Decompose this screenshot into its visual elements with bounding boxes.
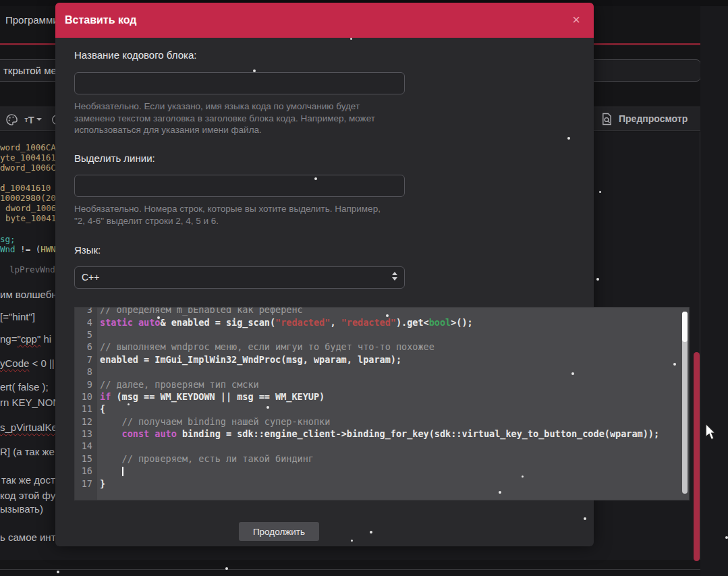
code-line: 4static auto& enabled = sig_scan("redact…: [75, 316, 689, 328]
code-line-text: const auto binding = sdk::engine_client-…: [97, 428, 659, 439]
preview-button-label: Предпросмотр: [619, 113, 688, 124]
mouse-cursor-icon: [704, 423, 717, 443]
code-line: 7enabled = ImGui_ImplWin32_WndProc(msg, …: [75, 353, 689, 366]
particle-dot: [522, 476, 524, 478]
scrollbar-rail: [700, 6, 728, 576]
line-number: 5: [75, 329, 97, 340]
bottom-divider: [0, 569, 728, 570]
particle-dot: [267, 406, 269, 409]
line-number: 6: [75, 341, 97, 352]
preview-button[interactable]: Предпросмотр: [600, 107, 688, 131]
line-number: 16: [75, 465, 97, 476]
background-editor-line: Wnd != (HWND: [0, 244, 55, 254]
code-block-name-input[interactable]: [74, 72, 405, 94]
background-editor-line: sg;: [0, 234, 16, 244]
text-caret: [122, 467, 123, 476]
background-editor-line: yCode < 0 ||: [0, 357, 55, 369]
background-editor-line: [="hint"]: [0, 311, 35, 322]
background-editor-line: rn KEY_NON: [0, 397, 55, 408]
background-editor-line: R] (а так же: [0, 446, 55, 457]
language-select-value: C++: [82, 272, 99, 283]
line-number: 4: [75, 317, 97, 328]
particle-dot: [370, 531, 372, 534]
code-line: 6// выполняем wndproc меню, если имгуи т…: [75, 341, 689, 353]
particle-dot: [157, 316, 160, 319]
background-editor-line: ь самое инте: [0, 531, 55, 543]
select-arrows-icon: [392, 272, 397, 281]
particle-dot: [596, 278, 599, 281]
modal-header: Вставить код ×: [55, 3, 594, 38]
particle-dot: [225, 567, 228, 570]
code-line-text: }: [97, 478, 105, 489]
background-editor-line: byte_100416: [5, 213, 55, 223]
highlight-lines-help: Необязательно. Номера строк, которые вы …: [74, 203, 393, 227]
background-editor-line: им волшебн: [0, 289, 55, 300]
highlight-lines-input[interactable]: [74, 175, 405, 197]
textarea-scrollbar-track[interactable]: [682, 312, 688, 494]
particle-dot: [350, 38, 352, 40]
line-number: 13: [75, 428, 97, 439]
code-line-text: static auto& enabled = sig_scan("redacte…: [97, 317, 473, 328]
code-line: 16: [75, 465, 689, 477]
code-line-text: // выполняем wndproc меню, если имгуи то…: [97, 341, 435, 352]
particle-dot: [314, 177, 317, 180]
line-number: 9: [75, 379, 97, 390]
close-icon[interactable]: ×: [572, 12, 580, 27]
code-line: 13 const auto binding = sdk::engine_clie…: [75, 428, 689, 440]
code-line: 8: [75, 366, 689, 378]
background-editor-line: word_1006CA4: [0, 142, 55, 152]
continue-button[interactable]: Продолжить: [239, 522, 319, 541]
particle-dot: [571, 372, 574, 375]
code-line: 14: [75, 440, 689, 452]
background-editor-line: код этой фу: [0, 490, 55, 501]
preview-doc-magnifier-icon: [600, 113, 613, 125]
code-line: 12 // получаем binding нашей супер-кнопк…: [75, 415, 689, 428]
code-line: 10if (msg == WM_KEYDOWN || msg == WM_KEY…: [75, 391, 689, 403]
background-editor-line: так же дост: [1, 474, 55, 486]
particle-dot: [57, 571, 59, 573]
particle-dot: [584, 517, 586, 520]
background-editor-line: ызывать): [0, 503, 43, 515]
code-line-text: // получаем binding нашей супер-кнопки: [97, 416, 330, 427]
background-editor-line: dword_1006CA: [0, 163, 55, 173]
line-number: 14: [75, 440, 97, 451]
code-line-text: if (msg == WM_KEYDOWN || msg == WM_KEYUP…: [97, 391, 325, 402]
code-line: 17}: [75, 477, 689, 489]
code-line-text: [97, 465, 123, 476]
code-line: 15 // проверяем, есть ли такой биндинг: [75, 453, 689, 465]
code-line: 11{: [75, 403, 689, 415]
particle-dot: [567, 137, 570, 140]
particle-dot: [351, 540, 353, 542]
code-line: 5: [75, 328, 689, 341]
particle-dot: [725, 536, 728, 539]
background-editor-line: ng="cpp" hi: [0, 333, 51, 345]
language-select[interactable]: C++: [74, 266, 405, 289]
textarea-scrollbar-thumb[interactable]: [682, 312, 688, 342]
line-number: 7: [75, 354, 97, 365]
background-editor-line: yte_10041619: [0, 152, 55, 163]
code-line: 9// далее, проверяем тип смски: [75, 378, 689, 390]
line-number: 17: [75, 478, 97, 489]
line-number: 3: [75, 307, 97, 315]
particle-dot: [386, 314, 389, 317]
line-number: 15: [75, 453, 97, 464]
line-number: 11: [75, 403, 97, 414]
modal-title: Вставить код: [65, 14, 137, 26]
code-line-text: // определяем m_bEnabled как референс: [97, 307, 303, 315]
background-editor-line: lpPrevWndF: [9, 264, 55, 275]
code-line: 3// определяем m_bEnabled как референс: [75, 307, 689, 316]
code-line-text: {: [97, 403, 105, 414]
background-editor-line: ert( false );: [0, 381, 49, 393]
language-label: Язык:: [74, 244, 101, 256]
code-line-text: enabled = ImGui_ImplWin32_WndProc(msg, w…: [97, 354, 401, 365]
background-editor-line: s_pVirtualKe: [0, 422, 55, 433]
line-number: 12: [75, 416, 97, 427]
background-editor-line: 10002980(206: [0, 193, 55, 203]
page-scrollbar-thumb[interactable]: [694, 352, 700, 561]
background-editor-line: d_10041610 =: [0, 183, 55, 193]
code-line-text: // проверяем, есть ли такой биндинг: [97, 453, 314, 464]
code-block-name-label: Название кодового блока:: [74, 49, 196, 61]
particle-dot: [499, 491, 501, 494]
code-textarea[interactable]: 3// определяем m_bEnabled как референс4s…: [74, 307, 690, 500]
highlight-lines-label: Выделить линии:: [74, 152, 155, 164]
